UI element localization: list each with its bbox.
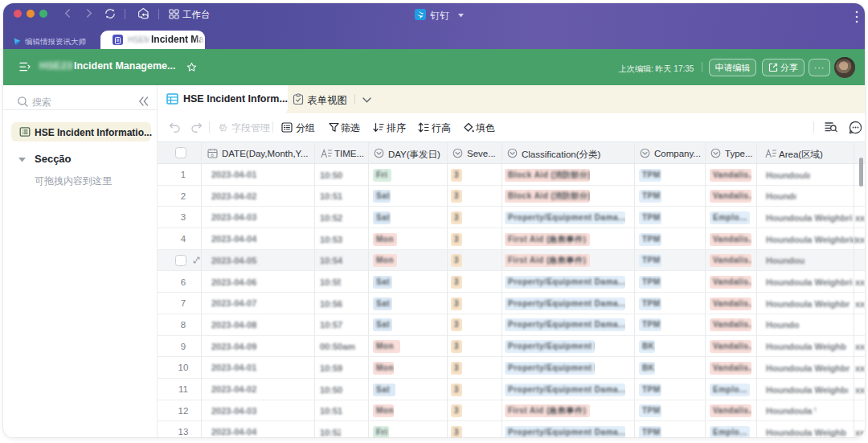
svg-text:6: 6 <box>211 153 215 158</box>
